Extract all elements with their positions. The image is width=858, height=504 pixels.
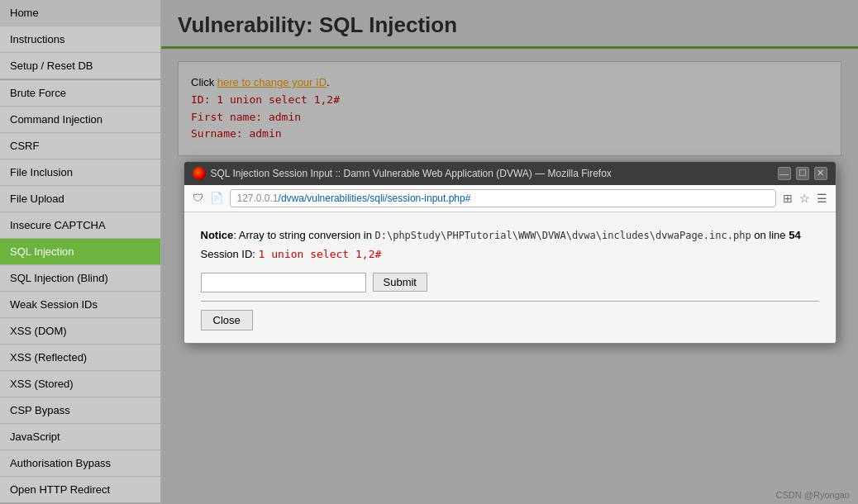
sidebar: Home Instructions Setup / Reset DB Brute… bbox=[0, 0, 161, 504]
session-id-line: Session ID: 1 union select 1,2# bbox=[201, 248, 819, 260]
sidebar-item-setup[interactable]: Setup / Reset DB bbox=[0, 53, 160, 79]
address-bar-row: 🛡 📄 127.0.0.1/dvwa/vulnerabilities/sqli/… bbox=[184, 185, 836, 212]
maximize-button[interactable]: ☐ bbox=[796, 167, 809, 180]
session-label: Session ID: bbox=[201, 248, 259, 260]
addr-normal-part: 127.0.0.1 bbox=[237, 193, 279, 204]
sidebar-item-sql-injection-blind[interactable]: SQL Injection (Blind) bbox=[0, 265, 160, 292]
sidebar-item-xss-stored[interactable]: XSS (Stored) bbox=[0, 371, 160, 397]
addr-highlight-part: /dvwa/vulnerabilities/sqli/session-input… bbox=[279, 193, 471, 204]
sidebar-item-brute-force[interactable]: Brute Force bbox=[0, 80, 160, 107]
notice-label: Notice bbox=[201, 229, 234, 241]
close-window-button[interactable]: ✕ bbox=[814, 167, 827, 180]
sidebar-item-javascript[interactable]: JavaScript bbox=[0, 424, 160, 450]
modal-divider bbox=[201, 301, 819, 302]
firefox-icon bbox=[193, 167, 206, 180]
sidebar-item-csrf[interactable]: CSRF bbox=[0, 133, 160, 159]
modal-window: SQL Injection Session Input :: Damn Vuln… bbox=[184, 161, 837, 344]
shield-icon: 🛡 bbox=[193, 192, 203, 204]
notice-line: Notice: Array to string conversion in D:… bbox=[201, 229, 819, 241]
sidebar-item-home[interactable]: Home bbox=[0, 0, 160, 26]
sidebar-item-xss-dom[interactable]: XSS (DOM) bbox=[0, 318, 160, 345]
sidebar-item-authorisation-bypass[interactable]: Authorisation Bypass bbox=[0, 450, 160, 477]
close-button[interactable]: Close bbox=[201, 310, 253, 330]
sidebar-item-sql-injection[interactable]: SQL Injection bbox=[0, 239, 160, 265]
grid-icon[interactable]: ⊞ bbox=[783, 192, 793, 205]
modal-titlebar: SQL Injection Session Input :: Damn Vuln… bbox=[184, 162, 836, 185]
sidebar-item-instructions[interactable]: Instructions bbox=[0, 26, 160, 53]
session-input[interactable] bbox=[201, 273, 366, 292]
sidebar-item-open-http-redirect[interactable]: Open HTTP Redirect bbox=[0, 477, 160, 503]
sidebar-item-csp-bypass[interactable]: CSP Bypass bbox=[0, 397, 160, 424]
titlebar-controls: — ☐ ✕ bbox=[778, 167, 827, 180]
titlebar-left: SQL Injection Session Input :: Damn Vuln… bbox=[193, 167, 612, 180]
notice-path: D:\phpStudy\PHPTutorial\WWW\DVWA\dvwa\in… bbox=[374, 230, 751, 241]
submit-button[interactable]: Submit bbox=[373, 273, 427, 292]
sidebar-item-command-injection[interactable]: Command Injection bbox=[0, 107, 160, 133]
address-bar[interactable]: 127.0.0.1/dvwa/vulnerabilities/sqli/sess… bbox=[230, 189, 776, 207]
address-bar-icons: ⊞ ☆ ☰ bbox=[783, 192, 827, 205]
main-content-area: Vulnerability: SQL Injection Click here … bbox=[161, 0, 858, 504]
star-icon[interactable]: ☆ bbox=[799, 192, 810, 205]
modal-overlay: SQL Injection Session Input :: Damn Vuln… bbox=[161, 0, 858, 504]
session-value: 1 union select 1,2# bbox=[259, 248, 382, 260]
minimize-button[interactable]: — bbox=[778, 167, 791, 180]
doc-icon: 📄 bbox=[210, 192, 223, 204]
modal-body: Notice: Array to string conversion in D:… bbox=[184, 212, 836, 343]
sidebar-item-file-upload[interactable]: File Upload bbox=[0, 186, 160, 212]
notice-line-number: 54 bbox=[789, 229, 800, 241]
menu-icon[interactable]: ☰ bbox=[817, 192, 827, 205]
modal-title: SQL Injection Session Input :: Damn Vuln… bbox=[211, 168, 612, 179]
sidebar-item-file-inclusion[interactable]: File Inclusion bbox=[0, 159, 160, 186]
sidebar-item-xss-reflected[interactable]: XSS (Reflected) bbox=[0, 345, 160, 371]
notice-on: on line bbox=[751, 229, 789, 241]
sidebar-item-insecure-captcha[interactable]: Insecure CAPTCHA bbox=[0, 212, 160, 239]
notice-text: : Array to string conversion in bbox=[233, 229, 374, 241]
sidebar-item-weak-session-ids[interactable]: Weak Session IDs bbox=[0, 292, 160, 318]
modal-input-row: Submit bbox=[201, 273, 819, 292]
